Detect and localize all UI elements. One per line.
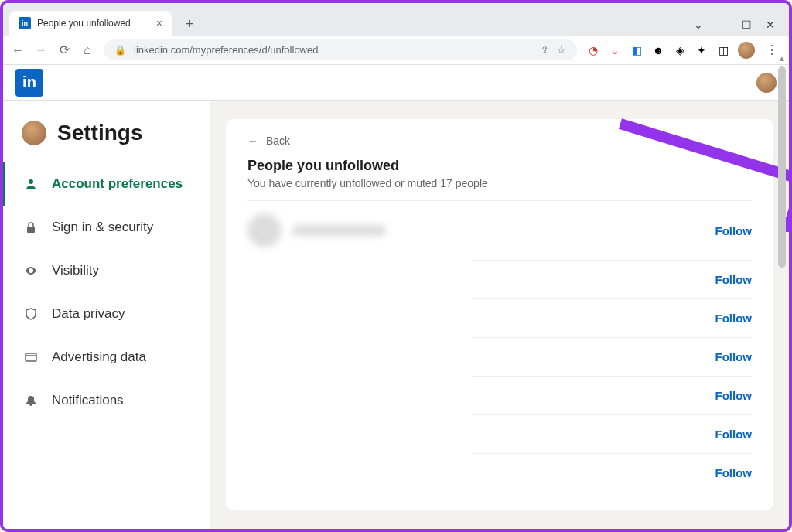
sidebar-item-label: Data privacy bbox=[52, 306, 125, 322]
bookmark-star-icon[interactable]: ☆ bbox=[557, 44, 566, 56]
svg-point-0 bbox=[29, 179, 33, 184]
pocket-icon[interactable]: ⌄ bbox=[608, 43, 622, 57]
share-icon[interactable]: ⇪ bbox=[541, 44, 549, 56]
extension-icon-4[interactable]: ☻ bbox=[651, 43, 665, 57]
sidebar-item-data-privacy[interactable]: Data privacy bbox=[3, 292, 210, 336]
unfollowed-row: Follow bbox=[472, 414, 752, 453]
bell-icon bbox=[24, 394, 38, 408]
sidebar-item-label: Visibility bbox=[52, 263, 99, 278]
close-window-icon[interactable]: ✕ bbox=[766, 19, 775, 31]
linkedin-logo[interactable]: in bbox=[15, 69, 43, 97]
follow-button[interactable]: Follow bbox=[715, 273, 753, 286]
reload-icon[interactable]: ⟳ bbox=[57, 43, 71, 57]
main-panel: ← Back People you unfollowed You have cu… bbox=[210, 101, 789, 529]
browser-tab[interactable]: in People you unfollowed × bbox=[9, 11, 172, 36]
extensions-puzzle-icon[interactable]: ✦ bbox=[695, 43, 708, 57]
unfollowed-row: Follow bbox=[472, 337, 752, 376]
extension-icon-5[interactable]: ◈ bbox=[673, 43, 687, 57]
back-label: Back bbox=[266, 135, 290, 147]
lock-icon bbox=[24, 220, 38, 234]
unfollowed-row: Follow bbox=[472, 298, 752, 337]
browser-icon bbox=[24, 350, 38, 364]
sidebar-item-label: Notifications bbox=[52, 393, 124, 408]
unfollowed-row: Follow bbox=[472, 376, 752, 414]
back-button[interactable]: ← Back bbox=[248, 135, 752, 147]
settings-avatar bbox=[22, 121, 46, 145]
eye-icon bbox=[24, 264, 38, 278]
profile-avatar[interactable] bbox=[738, 42, 755, 59]
settings-sidebar: Settings Account preferences Sign in & s… bbox=[3, 101, 210, 529]
sidebar-item-label: Sign in & security bbox=[52, 220, 153, 235]
sidebar-item-notifications[interactable]: Notifications bbox=[3, 379, 210, 422]
follow-button[interactable]: Follow bbox=[715, 312, 753, 325]
sidebar-item-label: Advertising data bbox=[52, 350, 146, 365]
titlebar: in People you unfollowed × + ⌄ — ☐ ✕ bbox=[3, 3, 789, 36]
settings-header: Settings bbox=[3, 114, 210, 162]
app-header: in bbox=[3, 65, 789, 101]
new-tab-button[interactable]: + bbox=[179, 13, 200, 36]
browser-toolbar: ← → ⟳ ⌂ 🔒 linkedin.com/mypreferences/d/u… bbox=[3, 36, 789, 65]
side-panel-icon[interactable]: ◫ bbox=[716, 43, 730, 57]
follow-button[interactable]: Follow bbox=[715, 224, 753, 237]
tab-title: People you unfollowed bbox=[37, 18, 131, 29]
person-icon bbox=[24, 177, 38, 191]
scroll-up-arrow[interactable]: ▲ bbox=[778, 54, 786, 63]
sidebar-item-account-preferences[interactable]: Account preferences bbox=[3, 162, 210, 206]
scrollbar-thumb[interactable] bbox=[778, 66, 786, 268]
svg-rect-2 bbox=[26, 353, 36, 361]
sidebar-item-signin-security[interactable]: Sign in & security bbox=[3, 206, 210, 249]
user-avatar[interactable] bbox=[756, 73, 777, 93]
content-area: Settings Account preferences Sign in & s… bbox=[3, 101, 789, 529]
home-icon[interactable]: ⌂ bbox=[80, 43, 94, 57]
extension-icon-1[interactable]: ◔ bbox=[586, 43, 600, 57]
linkedin-favicon: in bbox=[19, 17, 31, 29]
lock-icon: 🔒 bbox=[114, 45, 126, 56]
minimize-icon[interactable]: — bbox=[717, 19, 728, 31]
shield-icon bbox=[24, 307, 38, 321]
maximize-icon[interactable]: ☐ bbox=[742, 19, 752, 31]
follow-button[interactable]: Follow bbox=[715, 466, 753, 479]
person-name bbox=[292, 225, 385, 236]
svg-rect-1 bbox=[27, 227, 35, 233]
sidebar-item-label: Account preferences bbox=[52, 176, 183, 192]
arrow-left-icon: ← bbox=[248, 135, 258, 147]
unfollowed-row: Follow bbox=[472, 453, 752, 492]
close-tab-icon[interactable]: × bbox=[156, 17, 162, 29]
settings-title: Settings bbox=[57, 121, 142, 145]
unfollowed-row: Follow bbox=[248, 200, 752, 260]
settings-card: ← Back People you unfollowed You have cu… bbox=[226, 119, 773, 510]
person-avatar bbox=[248, 213, 282, 247]
sidebar-item-visibility[interactable]: Visibility bbox=[3, 249, 210, 292]
page-subheading: You have currently unfollowed or muted 1… bbox=[248, 177, 752, 189]
unfollowed-row: Follow bbox=[472, 260, 752, 298]
follow-button[interactable]: Follow bbox=[715, 428, 753, 441]
follow-button[interactable]: Follow bbox=[715, 350, 753, 363]
extension-icons: ◔ ⌄ ◧ ☻ ◈ ✦ ◫ ⋮ bbox=[586, 42, 781, 59]
browser-chrome: in People you unfollowed × + ⌄ — ☐ ✕ ← →… bbox=[3, 3, 789, 65]
page-heading: People you unfollowed bbox=[248, 158, 752, 174]
address-bar[interactable]: 🔒 linkedin.com/mypreferences/d/unfollowe… bbox=[104, 39, 577, 60]
back-icon[interactable]: ← bbox=[11, 43, 25, 57]
follow-button[interactable]: Follow bbox=[715, 389, 753, 402]
url-text: linkedin.com/mypreferences/d/unfollowed bbox=[134, 44, 533, 56]
sidebar-item-advertising-data[interactable]: Advertising data bbox=[3, 336, 210, 379]
extension-icon-3[interactable]: ◧ bbox=[630, 43, 644, 57]
forward-icon: → bbox=[34, 43, 48, 57]
chevron-down-icon[interactable]: ⌄ bbox=[694, 19, 703, 31]
window-controls: ⌄ — ☐ ✕ bbox=[694, 19, 783, 36]
